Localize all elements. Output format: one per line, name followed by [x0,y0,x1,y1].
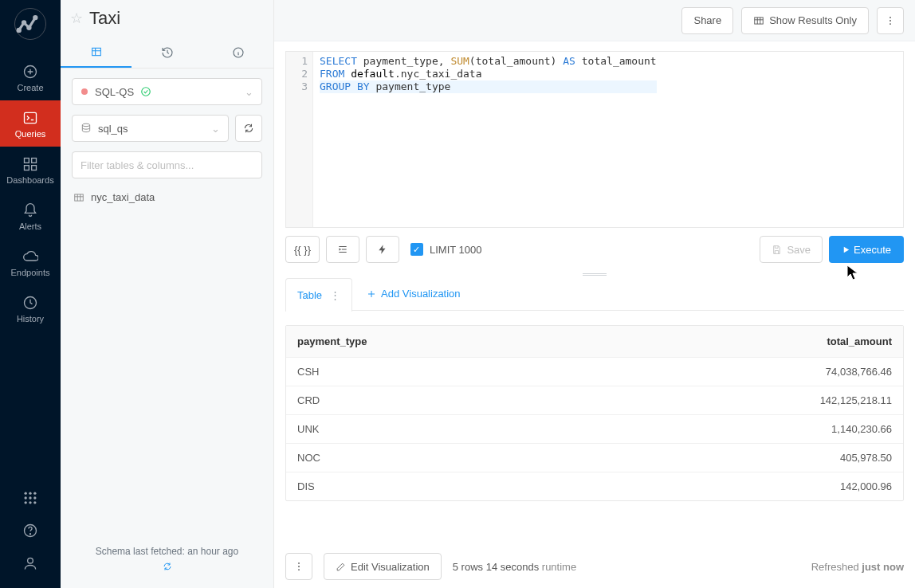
nav-endpoints[interactable]: Endpoints [0,239,61,285]
cell-payment-type: DIS [286,472,591,501]
sql-editor[interactable]: 1 2 3 SELECT payment_type, SUM(total_amo… [285,51,904,228]
nav-create[interactable]: Create [0,54,61,100]
datasource-select[interactable]: SQL-QS ⌄ [72,78,262,105]
main-area: Share Show Results Only 1 2 3 SELECT pay… [274,0,915,588]
datasource-status-icon [81,88,88,96]
add-visualization-button[interactable]: Add Visualization [357,288,470,300]
nav-help[interactable] [22,523,38,541]
table-icon [90,45,103,58]
svg-point-15 [29,496,31,499]
cell-payment-type: CRD [286,386,591,415]
svg-point-21 [30,534,31,535]
user-icon [22,555,38,571]
tab-more-icon[interactable]: ⋮ [330,289,340,301]
table-row: DIS142,000.96 [286,472,903,501]
share-button[interactable]: Share [681,7,733,34]
svg-point-13 [33,492,36,495]
schema-last-fetched: Schema last fetched: an hour ago [61,546,273,557]
nav-dashboards[interactable]: Dashboards [0,147,61,193]
svg-point-33 [298,563,300,564]
svg-rect-6 [25,159,29,163]
results-tab-table[interactable]: Table ⋮ [285,278,352,312]
table-icon [753,15,764,26]
svg-rect-23 [92,48,100,55]
refresh-icon [243,123,254,134]
filter-tables-input[interactable] [72,151,262,178]
results-footer: Edit Visualization 5 rows 14 seconds run… [274,542,915,588]
query-toolbar: {{ }} ✓ LIMIT 1000 Save Execute [274,228,915,271]
limit-checkbox[interactable]: ✓ LIMIT 1000 [410,243,482,256]
cell-total-amount: 142,000.96 [591,472,903,501]
table-row: NOC405,978.50 [286,444,903,472]
svg-point-25 [81,88,88,95]
svg-point-2 [28,26,30,29]
column-header[interactable]: payment_type [286,326,591,358]
bell-icon [22,202,38,218]
svg-point-34 [298,566,300,567]
svg-point-18 [29,501,31,504]
play-icon [842,245,850,254]
column-header[interactable]: total_amount [591,326,903,358]
nav-apps[interactable] [22,490,38,508]
plus-icon [367,289,376,299]
svg-rect-8 [25,166,29,171]
nav-label: Endpoints [11,268,50,277]
resize-handle[interactable] [274,271,915,277]
svg-point-27 [82,123,89,127]
nav-alerts[interactable]: Alerts [0,193,61,239]
results-table: payment_type total_amount CSH74,038,766.… [285,325,904,501]
table-row: CRD142,125,218.11 [286,386,903,415]
check-circle-icon [140,86,151,97]
schema-panel: ☆ Taxi SQL-QS ⌄ sq [61,0,274,588]
svg-point-31 [889,20,891,22]
save-icon [772,245,782,255]
results-more-button[interactable] [285,553,312,580]
table-name: nyc_taxi_data [91,191,155,203]
svg-point-3 [34,17,37,19]
info-icon [232,46,245,59]
svg-point-17 [25,501,27,504]
svg-point-26 [142,88,151,96]
cell-total-amount: 74,038,766.46 [591,358,903,386]
favorite-star-icon[interactable]: ☆ [70,10,83,27]
nav-queries[interactable]: Queries [0,100,61,147]
svg-point-14 [25,496,27,499]
schema-tab-table[interactable] [61,37,132,68]
app-logo[interactable] [14,8,46,40]
more-menu-button[interactable] [877,7,904,34]
cell-total-amount: 142,125,218.11 [591,386,903,415]
database-select[interactable]: sql_qs ⌄ [72,115,229,142]
schema-refresh-link[interactable] [61,562,273,574]
grid-icon [22,156,38,172]
nav-label: Alerts [19,221,41,231]
save-button[interactable]: Save [760,236,823,263]
format-button[interactable] [326,236,359,263]
execute-button[interactable]: Execute [829,236,904,263]
show-results-only-button[interactable]: Show Results Only [741,7,869,34]
apps-icon [22,490,38,506]
editor-code[interactable]: SELECT payment_type, SUM(total_amount) A… [313,52,663,227]
schema-tab-history[interactable] [132,37,202,68]
lightning-icon [377,244,388,255]
svg-point-35 [298,569,300,570]
nav-user[interactable] [22,555,38,574]
indent-icon [337,244,348,255]
cloud-icon [22,249,38,265]
cell-payment-type: CSH [286,358,591,386]
schema-tab-info[interactable] [202,37,273,68]
table-row: CSH74,038,766.46 [286,358,903,386]
terminal-icon [22,110,38,126]
run-info: 5 rows 14 seconds runtime [453,561,576,573]
parameters-button[interactable]: {{ }} [285,236,320,263]
nav-label: History [17,314,44,323]
autocomplete-button[interactable] [366,236,399,263]
chevron-down-icon: ⌄ [211,123,220,135]
edit-icon [336,562,346,572]
table-item[interactable]: nyc_taxi_data [72,188,262,206]
refresh-icon [163,562,172,571]
editor-gutter: 1 2 3 [286,52,313,227]
nav-history[interactable]: History [0,285,61,331]
refresh-schema-button[interactable] [235,115,262,142]
edit-visualization-button[interactable]: Edit Visualization [324,553,442,580]
svg-point-19 [33,501,36,504]
